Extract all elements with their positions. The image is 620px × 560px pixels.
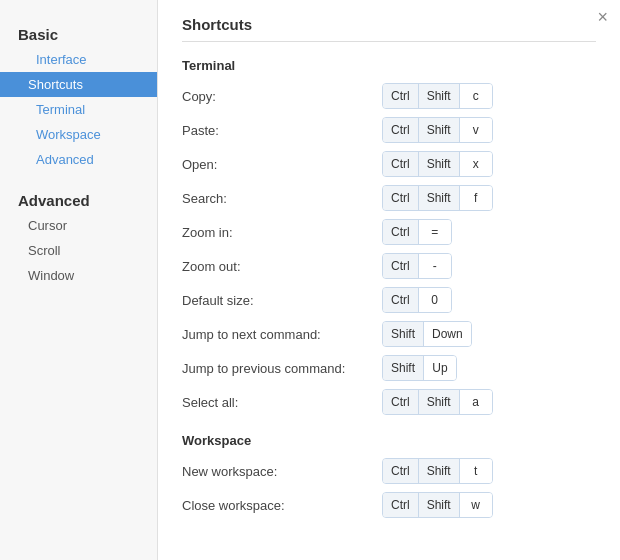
shortcut-keys: Ctrl- — [382, 253, 452, 279]
key-badge: Ctrl — [383, 220, 419, 244]
shortcut-row: Close workspace:CtrlShiftw — [182, 492, 596, 518]
sidebar-item-scroll[interactable]: Scroll — [0, 238, 157, 263]
shortcut-label: Zoom out: — [182, 259, 382, 274]
shortcut-label: New workspace: — [182, 464, 382, 479]
shortcut-row: Copy:CtrlShiftc — [182, 83, 596, 109]
shortcut-keys: CtrlShifta — [382, 389, 493, 415]
key-badge: x — [460, 152, 492, 176]
key-badge: Ctrl — [383, 152, 419, 176]
key-badge: Ctrl — [383, 288, 419, 312]
key-badge: Ctrl — [383, 84, 419, 108]
shortcut-keys: CtrlShiftx — [382, 151, 493, 177]
shortcut-label: Zoom in: — [182, 225, 382, 240]
key-badge: = — [419, 220, 451, 244]
shortcut-label: Jump to next command: — [182, 327, 382, 342]
basic-section-label: Basic — [0, 20, 157, 47]
key-badge: a — [460, 390, 492, 414]
shortcut-keys: Ctrl0 — [382, 287, 452, 313]
shortcut-row: Jump to previous command:ShiftUp — [182, 355, 596, 381]
terminal-shortcuts-list: Copy:CtrlShiftcPaste:CtrlShiftvOpen:Ctrl… — [182, 83, 596, 415]
sidebar-item-interface[interactable]: Interface — [0, 47, 157, 72]
sidebar-item-workspace[interactable]: Workspace — [0, 122, 157, 147]
advanced-section-label: Advanced — [0, 186, 157, 213]
shortcut-label: Search: — [182, 191, 382, 206]
shortcut-row: Paste:CtrlShiftv — [182, 117, 596, 143]
shortcut-label: Jump to previous command: — [182, 361, 382, 376]
sidebar: Basic Interface Shortcuts Terminal Works… — [0, 0, 158, 560]
key-badge: Shift — [419, 152, 460, 176]
shortcut-row: Default size:Ctrl0 — [182, 287, 596, 313]
key-badge: 0 — [419, 288, 451, 312]
key-badge: Ctrl — [383, 118, 419, 142]
shortcut-keys: CtrlShiftw — [382, 492, 493, 518]
section-title: Shortcuts — [182, 16, 596, 42]
shortcut-keys: CtrlShiftc — [382, 83, 493, 109]
shortcut-keys: CtrlShiftv — [382, 117, 493, 143]
key-badge: w — [460, 493, 492, 517]
shortcut-keys: ShiftDown — [382, 321, 472, 347]
workspace-shortcuts-list: New workspace:CtrlShifttClose workspace:… — [182, 458, 596, 518]
shortcut-label: Default size: — [182, 293, 382, 308]
key-badge: Shift — [419, 390, 460, 414]
key-badge: Shift — [383, 356, 424, 380]
sidebar-item-terminal[interactable]: Terminal — [0, 97, 157, 122]
shortcut-keys: ShiftUp — [382, 355, 457, 381]
key-badge: Ctrl — [383, 493, 419, 517]
key-badge: Shift — [419, 493, 460, 517]
key-badge: Shift — [419, 186, 460, 210]
key-badge: Shift — [383, 322, 424, 346]
workspace-subsection-title: Workspace — [182, 433, 596, 448]
sidebar-item-window[interactable]: Window — [0, 263, 157, 288]
shortcut-label: Select all: — [182, 395, 382, 410]
shortcut-label: Copy: — [182, 89, 382, 104]
shortcut-row: Zoom out:Ctrl- — [182, 253, 596, 279]
key-badge: Shift — [419, 459, 460, 483]
shortcut-row: Search:CtrlShiftf — [182, 185, 596, 211]
key-badge: Ctrl — [383, 254, 419, 278]
key-badge: Ctrl — [383, 459, 419, 483]
shortcut-row: Open:CtrlShiftx — [182, 151, 596, 177]
sidebar-item-shortcuts[interactable]: Shortcuts — [0, 72, 157, 97]
key-badge: Down — [424, 322, 471, 346]
key-badge: Shift — [419, 118, 460, 142]
shortcut-keys: Ctrl= — [382, 219, 452, 245]
shortcut-label: Paste: — [182, 123, 382, 138]
shortcut-row: Select all:CtrlShifta — [182, 389, 596, 415]
key-badge: f — [460, 186, 492, 210]
shortcut-keys: CtrlShiftf — [382, 185, 493, 211]
shortcut-label: Open: — [182, 157, 382, 172]
sidebar-item-cursor[interactable]: Cursor — [0, 213, 157, 238]
key-badge: t — [460, 459, 492, 483]
key-badge: v — [460, 118, 492, 142]
sidebar-item-advanced[interactable]: Advanced — [0, 147, 157, 172]
terminal-subsection-title: Terminal — [182, 58, 596, 73]
shortcut-keys: CtrlShiftt — [382, 458, 493, 484]
shortcut-row: Zoom in:Ctrl= — [182, 219, 596, 245]
main-content: × Shortcuts Terminal Copy:CtrlShiftcPast… — [158, 0, 620, 560]
key-badge: Up — [424, 356, 456, 380]
close-button[interactable]: × — [597, 8, 608, 26]
shortcut-row: New workspace:CtrlShiftt — [182, 458, 596, 484]
shortcut-label: Close workspace: — [182, 498, 382, 513]
key-badge: c — [460, 84, 492, 108]
key-badge: - — [419, 254, 451, 278]
key-badge: Ctrl — [383, 186, 419, 210]
key-badge: Shift — [419, 84, 460, 108]
key-badge: Ctrl — [383, 390, 419, 414]
shortcut-row: Jump to next command:ShiftDown — [182, 321, 596, 347]
